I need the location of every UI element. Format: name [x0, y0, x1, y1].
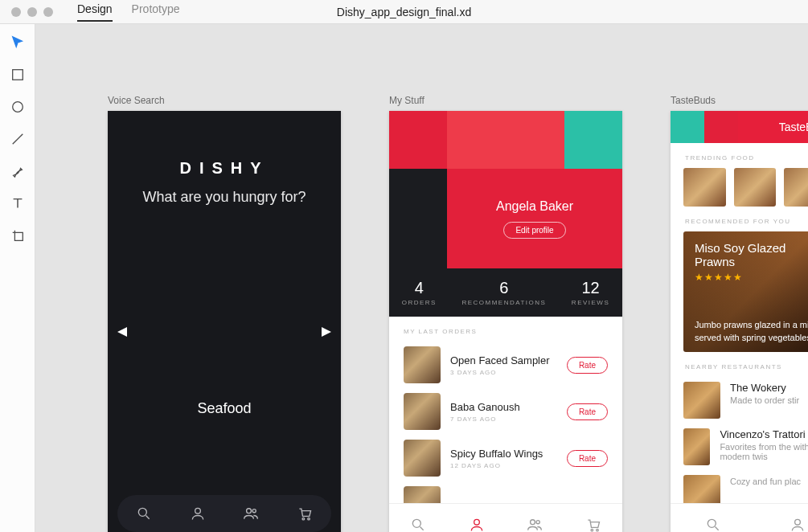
profile-panel: Angela Baker Edit profile [447, 169, 622, 268]
search-icon[interactable] [705, 517, 721, 533]
svg-point-12 [413, 519, 421, 527]
rate-button[interactable]: Rate [567, 357, 608, 374]
food-thumb [404, 440, 441, 477]
order-title: Spicy Buffalo Wings [450, 448, 557, 460]
recommended-hero[interactable]: Miso Soy Glazed Prawns ★★★★★ Jumbo prawn… [683, 231, 808, 352]
profile-header: Angela Baker Edit profile [389, 111, 622, 268]
artboard-tastebuds[interactable]: TasteBuds Trending Food Recommended For … [671, 111, 808, 532]
rectangle-tool-icon[interactable] [10, 68, 25, 82]
bottom-nav [389, 503, 622, 532]
order-timestamp: 12 days ago [450, 462, 557, 469]
stat-label: Reviews [572, 299, 609, 306]
design-canvas[interactable]: Voice Search DISHY What are you hungry f… [35, 24, 808, 532]
order-row[interactable]: Baba Ganoush7 days ago Rate [389, 388, 622, 435]
svg-line-2 [12, 134, 23, 145]
friends-icon[interactable] [527, 517, 543, 533]
line-tool-icon[interactable] [10, 132, 25, 146]
stat-recommendations: 6Recommendations [461, 279, 546, 306]
trending-row [671, 168, 808, 207]
svg-point-8 [247, 509, 252, 514]
mode-tabs: Design Prototype [77, 2, 180, 22]
header-tile [704, 111, 738, 143]
header-title: TasteBuds [738, 111, 808, 143]
artboard-my-stuff[interactable]: Angela Baker Edit profile 4Orders 6Recom… [389, 111, 622, 532]
stat-value: 12 [572, 279, 609, 297]
friends-icon[interactable] [243, 505, 259, 522]
svg-line-6 [146, 516, 150, 519]
header-tile [671, 111, 704, 143]
svg-point-15 [531, 519, 535, 524]
stat-label: Orders [402, 299, 437, 306]
select-tool-icon[interactable] [10, 35, 25, 50]
svg-point-1 [12, 102, 23, 113]
order-timestamp: 7 days ago [450, 415, 557, 423]
restaurant-thumb [683, 382, 720, 419]
artboard-label[interactable]: TasteBuds [671, 95, 808, 106]
restaurant-row[interactable]: Vincenzo's TrattoriFavorites from the wi… [671, 424, 808, 470]
svg-point-18 [597, 529, 599, 531]
section-label: Recommended For You [671, 207, 808, 231]
order-row[interactable]: Open Faced Sampler3 days ago Rate [389, 342, 622, 388]
hero-title: Miso Soy Glazed Prawns [695, 241, 808, 268]
section-label: My Last Orders [389, 317, 622, 342]
svg-point-7 [195, 508, 200, 514]
profile-icon[interactable] [190, 505, 206, 522]
svg-point-16 [536, 520, 539, 523]
tab-design[interactable]: Design [77, 2, 113, 22]
artboard-my-stuff-wrap: My Stuff Angela Baker Edit profile 4Orde… [389, 95, 622, 532]
header-tile [564, 111, 622, 169]
profile-icon[interactable] [790, 517, 806, 533]
rate-button[interactable]: Rate [567, 450, 608, 467]
search-icon[interactable] [410, 517, 426, 533]
close-icon[interactable] [11, 7, 21, 17]
order-timestamp: 3 days ago [450, 369, 557, 376]
restaurant-title: Vincenzo's Trattori [720, 428, 808, 440]
artboard-tool-icon[interactable] [10, 228, 25, 243]
document-title: Dishy_app_design_final.xd [337, 6, 471, 18]
order-row[interactable]: Spicy Buffalo Wings12 days ago Rate [389, 435, 622, 481]
stat-value: 6 [461, 279, 546, 297]
pen-tool-icon[interactable] [10, 164, 25, 178]
svg-point-11 [308, 518, 310, 520]
stat-value: 4 [402, 279, 437, 297]
voice-prompt: What are you hungry for? [108, 187, 341, 207]
svg-point-19 [708, 519, 716, 527]
restaurant-row[interactable]: The WokeryMade to order stir [671, 377, 808, 424]
order-title: Baba Ganoush [450, 401, 557, 413]
restaurant-title: The Wokery [730, 382, 799, 394]
stats-bar: 4Orders 6Recommendations 12Reviews [389, 268, 622, 317]
order-title: Open Faced Sampler [450, 354, 557, 366]
user-name: Angela Baker [496, 199, 573, 214]
tab-prototype[interactable]: Prototype [132, 2, 180, 22]
rate-button[interactable]: Rate [567, 403, 608, 420]
edit-profile-button[interactable]: Edit profile [503, 222, 565, 239]
cart-icon[interactable] [297, 505, 313, 522]
artboard-label[interactable]: My Stuff [389, 95, 622, 106]
svg-point-9 [252, 509, 256, 513]
hero-subtitle: Jumbo prawns glazed in a mi served with … [695, 319, 808, 344]
svg-marker-3 [117, 327, 127, 337]
search-icon[interactable] [136, 505, 152, 522]
svg-point-14 [474, 519, 479, 525]
ellipse-tool-icon[interactable] [10, 100, 25, 114]
food-thumb[interactable] [683, 168, 726, 207]
artboard-voice-search[interactable]: DISHY What are you hungry for? Seafood [108, 111, 341, 532]
food-thumb[interactable] [734, 168, 777, 207]
restaurant-sub: Made to order stir [730, 395, 799, 405]
food-thumb[interactable] [784, 168, 808, 207]
window-titlebar: Design Prototype Dishy_app_design_final.… [0, 0, 808, 24]
svg-line-20 [715, 526, 718, 530]
cart-icon[interactable] [585, 517, 601, 533]
artboard-label[interactable]: Voice Search [108, 95, 341, 106]
stat-orders: 4Orders [402, 279, 437, 306]
artboard-voice-search-wrap: Voice Search DISHY What are you hungry f… [108, 95, 341, 532]
profile-icon[interactable] [469, 517, 485, 533]
zoom-icon[interactable] [43, 7, 53, 17]
text-tool-icon[interactable] [10, 196, 25, 211]
svg-line-13 [420, 526, 424, 530]
minimize-icon[interactable] [27, 7, 37, 17]
section-label: Trending Food [671, 143, 808, 168]
artboard-tastebuds-wrap: TasteBuds TasteBuds Trending Food Recomm… [671, 95, 808, 532]
restaurant-sub: Favorites from the with a modern twis [720, 442, 808, 461]
voice-result: Seafood [108, 400, 341, 417]
